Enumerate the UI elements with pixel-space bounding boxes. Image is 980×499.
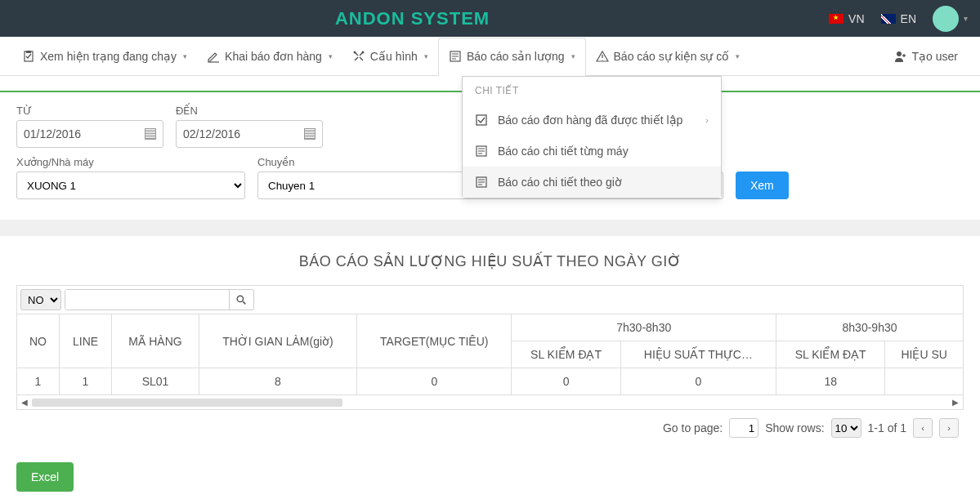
svg-point-3 [361, 51, 364, 53]
cell-p1-sl: 0 [512, 368, 620, 395]
dropdown-item-configured-orders[interactable]: Báo cáo đơn hàng đã được thiết lập › [463, 105, 721, 136]
document-icon [475, 145, 488, 158]
warning-icon [596, 50, 609, 63]
add-user-icon [894, 50, 907, 63]
dropdown-item-hourly-detail[interactable]: Báo cáo chi tiết theo giờ [463, 167, 721, 198]
svg-rect-1 [26, 51, 31, 53]
report-title: BÁO CÁO SẢN LƯỢNG HIỆU SUẤT THEO NGÀY GI… [16, 252, 964, 270]
col-hieu-suat-1[interactable]: HIỆU SUẤT THỰC… [620, 341, 776, 368]
cell-ma-hang: SL01 [112, 368, 199, 395]
column-filter-select[interactable]: NO [20, 289, 61, 310]
nav-incident-report[interactable]: Báo cáo sự kiện sự cố ▾ [586, 37, 750, 75]
dropdown-label: Báo cáo chi tiết từng máy [498, 145, 629, 158]
factory-label: Xưởng/Nhà máy [16, 156, 245, 168]
col-sl-kiem-dat-1[interactable]: SL KIỂM ĐẠT [512, 341, 620, 368]
chevron-right-icon: › [705, 115, 709, 125]
cell-thoi-gian: 8 [199, 368, 356, 395]
cell-p2-hs [885, 368, 964, 395]
search-button[interactable] [229, 290, 253, 310]
nav-current-status[interactable]: Xem hiện trạng đang chạy ▾ [12, 37, 197, 75]
svg-point-9 [237, 296, 243, 301]
cell-p1-hs: 0 [620, 368, 776, 395]
pager-prev-button[interactable]: ‹ [913, 418, 933, 438]
goto-page-input[interactable] [729, 418, 758, 438]
cell-line: 1 [59, 368, 111, 395]
report-dropdown: CHI TIẾT Báo cáo đơn hàng đã được thiết … [462, 76, 722, 198]
table-toolbar: NO [16, 285, 964, 314]
nav-declare-order[interactable]: Khai báo đơn hàng ▾ [197, 37, 342, 75]
checklist-icon [475, 114, 488, 127]
col-target[interactable]: TARGET(MỤC TIÊU) [357, 314, 512, 368]
dropdown-header: CHI TIẾT [463, 77, 721, 105]
col-sl-kiem-dat-2[interactable]: SL KIỂM ĐẠT [776, 341, 885, 368]
table-row[interactable]: 1 1 SL01 8 0 0 0 18 [17, 368, 964, 395]
col-thoi-gian[interactable]: THỜI GIAN LÀM(giờ) [199, 314, 356, 368]
search-input[interactable] [65, 290, 229, 310]
excel-button[interactable]: Excel [16, 462, 74, 492]
chevron-down-icon: ▾ [183, 52, 187, 60]
cell-target: 0 [357, 368, 512, 395]
horizontal-scrollbar[interactable]: ◀ ▶ [16, 395, 964, 410]
nav-label: Xem hiện trạng đang chạy [40, 50, 177, 63]
main-nav: Xem hiện trạng đang chạy ▾ Khai báo đơn … [0, 37, 980, 76]
dropdown-item-machine-detail[interactable]: Báo cáo chi tiết từng máy [463, 136, 721, 167]
col-period1[interactable]: 7h30-8h30 [512, 314, 776, 341]
view-button[interactable]: Xem [736, 172, 789, 199]
factory-select[interactable]: XUONG 1 [16, 172, 245, 199]
flag-vn-icon [829, 14, 844, 24]
nav-label: Báo cáo sự kiện sự cố [614, 50, 730, 63]
pager-next-button[interactable]: › [939, 418, 959, 438]
section-divider [0, 220, 980, 236]
col-period2[interactable]: 8h30-9h30 [776, 314, 964, 341]
to-date-value: 02/12/2016 [183, 127, 240, 140]
clipboard-icon [22, 50, 35, 63]
lang-vn[interactable]: VN [829, 12, 864, 25]
nav-production-report[interactable]: Báo cáo sản lượng ▾ [438, 38, 586, 76]
col-ma-hang[interactable]: MÃ HÀNG [112, 314, 199, 368]
nav-create-user[interactable]: Tạo user [884, 37, 968, 75]
app-title: ANDON SYSTEM [335, 8, 490, 29]
nav-label: Báo cáo sản lượng [467, 50, 565, 63]
report-icon [449, 50, 462, 63]
show-rows-select[interactable]: 10 [831, 418, 861, 438]
table-search [65, 289, 254, 310]
nav-config[interactable]: Cấu hình ▾ [342, 37, 438, 75]
from-date-input[interactable]: 01/12/2016 [16, 120, 163, 148]
scroll-right-icon[interactable]: ▶ [948, 398, 963, 407]
avatar[interactable] [933, 6, 959, 32]
dropdown-label: Báo cáo chi tiết theo giờ [498, 176, 622, 189]
col-line[interactable]: LINE [59, 314, 111, 368]
pager-range: 1-1 of 1 [868, 421, 906, 434]
data-table: NO LINE MÃ HÀNG THỜI GIAN LÀM(giờ) TARGE… [16, 314, 964, 395]
chevron-down-icon: ▾ [736, 52, 740, 60]
to-date-input[interactable]: 02/12/2016 [176, 120, 323, 148]
calendar-icon [304, 128, 315, 140]
lang-en-label: EN [901, 12, 916, 25]
user-menu-caret-icon[interactable]: ▾ [964, 14, 968, 23]
cell-no: 1 [17, 368, 60, 395]
from-date-value: 01/12/2016 [24, 127, 81, 140]
svg-point-2 [353, 51, 356, 53]
lang-vn-label: VN [848, 12, 864, 25]
flag-en-icon [881, 14, 896, 24]
col-no[interactable]: NO [17, 314, 60, 368]
calendar-icon [145, 128, 156, 140]
dropdown-label: Báo cáo đơn hàng đã được thiết lập [498, 114, 682, 127]
cell-p2-sl: 18 [776, 368, 885, 395]
document-icon [475, 176, 488, 189]
report-section: BÁO CÁO SẢN LƯỢNG HIỆU SUẤT THEO NGÀY GI… [0, 236, 980, 462]
app-header: ANDON SYSTEM VN EN ▾ [0, 0, 980, 37]
scroll-left-icon[interactable]: ◀ [17, 398, 32, 407]
svg-rect-6 [477, 115, 486, 125]
svg-point-5 [897, 51, 902, 56]
col-hieu-suat-2[interactable]: HIỆU SU [885, 341, 964, 368]
from-label: TỪ [16, 105, 163, 117]
chevron-down-icon: ▾ [571, 52, 575, 60]
nav-label: Khai báo đơn hàng [225, 50, 322, 63]
lang-en[interactable]: EN [881, 12, 916, 25]
nav-label: Cấu hình [370, 50, 418, 63]
scroll-thumb[interactable] [32, 399, 342, 407]
show-rows-label: Show rows: [765, 421, 824, 434]
chevron-down-icon: ▾ [424, 52, 428, 60]
goto-label: Go to page: [663, 421, 723, 434]
